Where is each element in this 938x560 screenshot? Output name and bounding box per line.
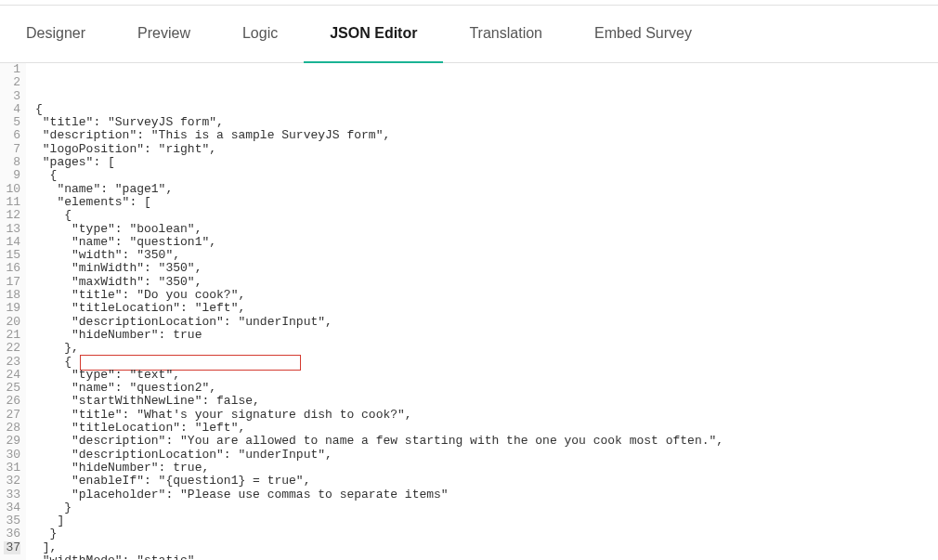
- code-line[interactable]: {: [35, 356, 938, 369]
- code-line[interactable]: "startWithNewLine": false,: [35, 395, 938, 408]
- line-number: 10: [4, 183, 20, 196]
- line-number: 33: [4, 488, 20, 501]
- tab-logic[interactable]: Logic: [216, 6, 304, 63]
- line-number: 19: [4, 302, 20, 315]
- line-number: 29: [4, 435, 20, 448]
- code-line[interactable]: "type": "boolean",: [35, 223, 938, 236]
- line-number: 11: [4, 196, 20, 209]
- line-number: 26: [4, 395, 20, 408]
- line-number: 17: [4, 276, 20, 289]
- line-number: 7: [4, 143, 20, 156]
- line-number: 6: [4, 129, 20, 142]
- code-line[interactable]: "title": "What's your signature dish to …: [35, 409, 938, 422]
- code-line[interactable]: "logoPosition": "right",: [35, 143, 938, 156]
- line-number: 34: [4, 501, 20, 514]
- code-line[interactable]: "name": "question1",: [35, 236, 938, 249]
- code-line[interactable]: "widthMode": "static",: [35, 554, 938, 560]
- line-number: 18: [4, 289, 20, 302]
- line-number: 28: [4, 422, 20, 435]
- line-number: 4: [4, 103, 20, 116]
- line-number-gutter: 1234567891011121314151617181920212223242…: [0, 63, 26, 560]
- tab-designer[interactable]: Designer: [0, 6, 111, 63]
- code-line[interactable]: }: [35, 527, 938, 540]
- tab-json-editor[interactable]: JSON Editor: [304, 6, 443, 63]
- line-number: 12: [4, 209, 20, 222]
- code-line[interactable]: "pages": [: [35, 156, 938, 169]
- code-line[interactable]: "titleLocation": "left",: [35, 422, 938, 435]
- code-line[interactable]: "title": "Do you cook?",: [35, 289, 938, 302]
- line-number: 20: [4, 316, 20, 329]
- tab-translation[interactable]: Translation: [443, 6, 568, 63]
- code-line[interactable]: "width": "350",: [35, 249, 938, 262]
- line-number: 1: [4, 63, 20, 76]
- code-line[interactable]: "description": "This is a sample SurveyJ…: [35, 129, 938, 142]
- code-line[interactable]: "description": "You are allowed to name …: [35, 435, 938, 448]
- line-number: 21: [4, 329, 20, 342]
- code-area[interactable]: { "title": "SurveyJS form", "description…: [26, 63, 938, 560]
- line-number: 24: [4, 369, 20, 382]
- code-line[interactable]: "name": "question2",: [35, 382, 938, 395]
- line-number: 8: [4, 156, 20, 169]
- line-number: 3: [4, 90, 20, 103]
- line-number: 14: [4, 236, 20, 249]
- line-number: 23: [4, 356, 20, 369]
- code-line[interactable]: "title": "SurveyJS form",: [35, 116, 938, 129]
- tab-embed-survey[interactable]: Embed Survey: [568, 6, 718, 63]
- code-line[interactable]: "descriptionLocation": "underInput",: [35, 316, 938, 329]
- code-line[interactable]: {: [35, 103, 938, 116]
- line-number: 16: [4, 262, 20, 275]
- line-number: 30: [4, 449, 20, 462]
- code-line[interactable]: {: [35, 209, 938, 222]
- line-number: 5: [4, 116, 20, 129]
- code-line[interactable]: ]: [35, 514, 938, 527]
- tab-preview[interactable]: Preview: [111, 6, 216, 63]
- code-line[interactable]: }: [35, 501, 938, 514]
- code-line[interactable]: {: [35, 169, 938, 182]
- code-line[interactable]: "maxWidth": "350",: [35, 276, 938, 289]
- code-line[interactable]: "minWidth": "350",: [35, 262, 938, 275]
- line-number: 25: [4, 382, 20, 395]
- line-number: 32: [4, 475, 20, 488]
- line-number: 9: [4, 169, 20, 182]
- line-number: 22: [4, 342, 20, 355]
- code-line[interactable]: "hideNumber": true: [35, 329, 938, 342]
- code-line[interactable]: },: [35, 342, 938, 355]
- line-number: 2: [4, 76, 20, 89]
- line-number: 27: [4, 409, 20, 422]
- line-number: 31: [4, 462, 20, 475]
- line-number: 13: [4, 223, 20, 236]
- code-line[interactable]: "elements": [: [35, 196, 938, 209]
- code-line[interactable]: "titleLocation": "left",: [35, 302, 938, 315]
- code-line[interactable]: "placeholder": "Please use commas to sep…: [35, 488, 938, 501]
- line-number: 36: [4, 527, 20, 540]
- code-line[interactable]: ],: [35, 541, 938, 554]
- line-number: 37: [4, 541, 20, 554]
- code-line[interactable]: "enableIf": "{question1} = true",: [35, 475, 938, 488]
- code-line[interactable]: "hideNumber": true,: [35, 462, 938, 475]
- code-line[interactable]: "type": "text",: [35, 369, 938, 382]
- line-number: 15: [4, 249, 20, 262]
- tab-bar: Designer Preview Logic JSON Editor Trans…: [0, 6, 938, 63]
- code-line[interactable]: "descriptionLocation": "underInput",: [35, 449, 938, 462]
- json-editor[interactable]: 1234567891011121314151617181920212223242…: [0, 63, 938, 560]
- code-line[interactable]: "name": "page1",: [35, 183, 938, 196]
- line-number: 35: [4, 514, 20, 527]
